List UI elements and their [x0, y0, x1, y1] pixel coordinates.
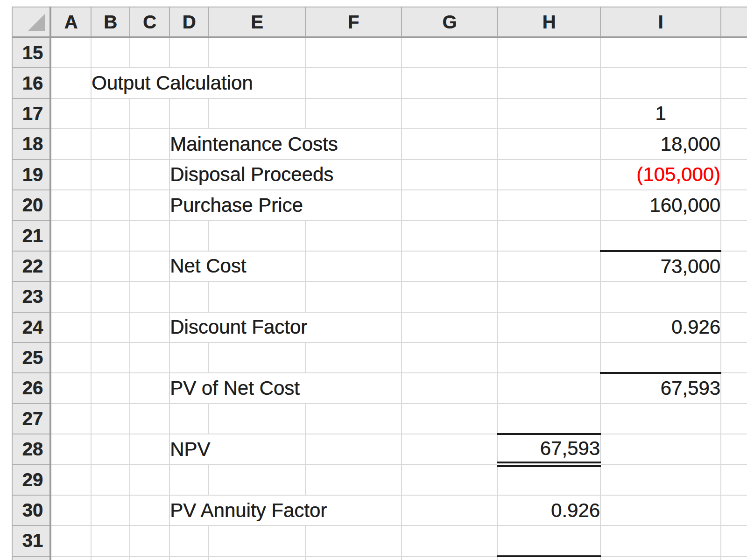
- cell[interactable]: [498, 68, 600, 98]
- cell[interactable]: [130, 404, 169, 434]
- cell[interactable]: [402, 312, 498, 343]
- cell[interactable]: [600, 404, 721, 434]
- cell-pv-annuity-factor-value[interactable]: 0.926: [498, 495, 600, 525]
- column-header-A[interactable]: A: [50, 7, 91, 37]
- row-header-31[interactable]: 31: [12, 525, 50, 556]
- cell[interactable]: [169, 37, 209, 68]
- cell[interactable]: [50, 495, 91, 525]
- cell[interactable]: [721, 98, 747, 129]
- cell[interactable]: [130, 190, 169, 220]
- cell[interactable]: [130, 434, 169, 464]
- cell[interactable]: [50, 434, 91, 464]
- cell[interactable]: [130, 251, 169, 281]
- cell[interactable]: [130, 525, 169, 556]
- cell[interactable]: [600, 343, 721, 373]
- cell[interactable]: [402, 525, 498, 556]
- row-header-24[interactable]: 24: [12, 312, 50, 343]
- cell[interactable]: [91, 281, 130, 312]
- cell[interactable]: [402, 37, 498, 68]
- column-header-partial[interactable]: [721, 7, 747, 37]
- cell[interactable]: [600, 281, 721, 312]
- cell[interactable]: [600, 525, 721, 556]
- cell[interactable]: [50, 404, 91, 434]
- cell[interactable]: [305, 98, 402, 129]
- cell[interactable]: [169, 281, 209, 312]
- cell[interactable]: [721, 464, 747, 495]
- row-header-28[interactable]: 28: [12, 434, 50, 464]
- cell[interactable]: [91, 251, 130, 281]
- cell[interactable]: [130, 373, 169, 403]
- cell[interactable]: [600, 464, 721, 495]
- cell[interactable]: [600, 37, 721, 68]
- cell[interactable]: [130, 37, 169, 68]
- cell[interactable]: [305, 281, 402, 312]
- cell[interactable]: [50, 160, 91, 190]
- cell[interactable]: [50, 281, 91, 312]
- cell[interactable]: [498, 37, 600, 68]
- cell[interactable]: [402, 220, 498, 251]
- cell[interactable]: [169, 98, 209, 129]
- cell[interactable]: [600, 556, 721, 560]
- cell[interactable]: [50, 312, 91, 343]
- cell[interactable]: [498, 525, 600, 556]
- cell[interactable]: [721, 312, 747, 343]
- cell[interactable]: [498, 556, 600, 560]
- cell[interactable]: [209, 98, 305, 129]
- cell[interactable]: [50, 98, 91, 129]
- cell[interactable]: [721, 129, 747, 159]
- cell[interactable]: [305, 220, 402, 251]
- cell[interactable]: [130, 98, 169, 129]
- cell-npv-value[interactable]: 67,593: [498, 434, 600, 464]
- cell[interactable]: [498, 464, 600, 495]
- cell[interactable]: [130, 495, 169, 525]
- cell[interactable]: [169, 343, 209, 373]
- cell[interactable]: [50, 68, 91, 98]
- cell[interactable]: [721, 525, 747, 556]
- cell[interactable]: [130, 312, 169, 343]
- cell[interactable]: [402, 434, 498, 464]
- cell[interactable]: [721, 37, 747, 68]
- cell[interactable]: [721, 160, 747, 190]
- row-header-30[interactable]: 30: [12, 495, 50, 525]
- cell[interactable]: [721, 343, 747, 373]
- cell[interactable]: [91, 98, 130, 129]
- cell[interactable]: [91, 37, 130, 68]
- cell[interactable]: [305, 525, 402, 556]
- cell[interactable]: [209, 404, 305, 434]
- cell[interactable]: [402, 464, 498, 495]
- cell[interactable]: [600, 68, 721, 98]
- cell[interactable]: [91, 404, 130, 434]
- cell[interactable]: [50, 190, 91, 220]
- cell[interactable]: [721, 220, 747, 251]
- cell[interactable]: [91, 160, 130, 190]
- row-header-27[interactable]: 27: [12, 404, 50, 434]
- cell-period-1[interactable]: 1: [600, 98, 721, 129]
- cell-discount-factor-label[interactable]: Discount Factor: [169, 312, 402, 343]
- cell[interactable]: [130, 281, 169, 312]
- cell[interactable]: [91, 525, 130, 556]
- cell-purchase-price-value[interactable]: 160,000: [600, 190, 721, 220]
- cell[interactable]: [209, 281, 305, 312]
- cell[interactable]: [721, 495, 747, 525]
- cell[interactable]: [130, 556, 169, 560]
- cell[interactable]: [498, 312, 600, 343]
- row-header-18[interactable]: 18: [12, 129, 50, 159]
- cell-net-cost-value[interactable]: 73,000: [600, 251, 721, 281]
- cell[interactable]: [498, 281, 600, 312]
- cell-output-calculation-title[interactable]: Output Calculation: [91, 68, 305, 98]
- cell[interactable]: [50, 251, 91, 281]
- cell[interactable]: [402, 190, 498, 220]
- cell[interactable]: [91, 434, 130, 464]
- cell-net-cost-label[interactable]: Net Cost: [169, 251, 305, 281]
- cell[interactable]: [498, 373, 600, 403]
- row-header-26[interactable]: 26: [12, 373, 50, 403]
- cell[interactable]: [721, 281, 747, 312]
- cell[interactable]: [209, 525, 305, 556]
- cell[interactable]: [91, 129, 130, 159]
- cell[interactable]: [209, 556, 305, 560]
- select-all-button[interactable]: [12, 7, 50, 37]
- cell[interactable]: [91, 312, 130, 343]
- cell[interactable]: [305, 343, 402, 373]
- row-header-32-partial[interactable]: [12, 556, 50, 560]
- cell-maintenance-costs-label[interactable]: Maintenance Costs: [169, 129, 402, 159]
